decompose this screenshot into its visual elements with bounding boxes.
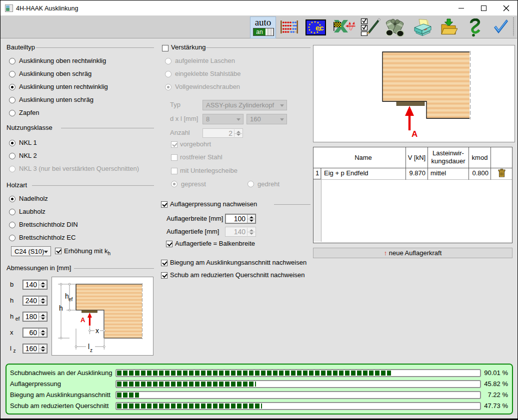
svg-text:z: z [90, 348, 92, 353]
svg-text:A: A [412, 129, 418, 139]
svg-text:ef: ef [68, 297, 73, 302]
svg-text:A: A [80, 316, 86, 324]
svg-text:ec: ec [316, 23, 324, 32]
svg-text:l: l [88, 343, 90, 351]
svg-text:h: h [59, 304, 63, 312]
svg-text:x: x [96, 327, 99, 335]
